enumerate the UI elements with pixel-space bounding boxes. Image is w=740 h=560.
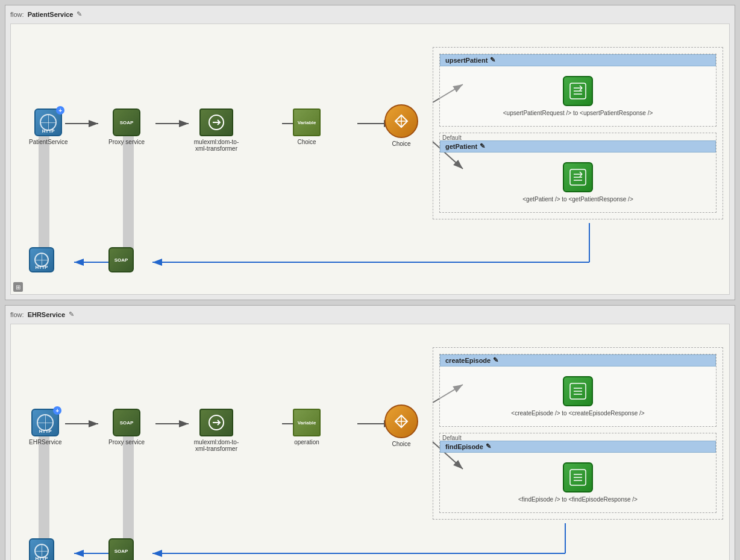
- http-node-label-ehr: EHRService: [29, 439, 61, 445]
- get-patient-name: getPatient: [445, 143, 477, 150]
- choice-node-patient[interactable]: Choice: [384, 104, 418, 147]
- variable-node-patient[interactable]: Variable Choice: [293, 109, 321, 145]
- http-return-icon-patient: HTTP: [29, 247, 54, 272]
- transformer-label-ehr: mulexml:dom-to-xml-transformer: [192, 439, 240, 452]
- edit-create-episode[interactable]: ✎: [493, 356, 501, 365]
- flow-header-patient: flow: PatientService ✎: [10, 10, 730, 19]
- upsert-transform-icon[interactable]: [563, 76, 593, 106]
- soap-node-ehr[interactable]: SOAP Proxy service: [108, 409, 145, 445]
- edit-flow-ehr[interactable]: ✎: [69, 310, 77, 319]
- flow-canvas-ehr: + HTTP EHRService SOAP Proxy service mu: [10, 324, 730, 560]
- flow-name-ehr: EHRService: [28, 311, 65, 318]
- find-episode-panel: Default findEpisode ✎ <findEpisode: [439, 433, 716, 513]
- find-episode-transform-label: <findEpisode /> to <findEpisodeResponse …: [518, 496, 638, 503]
- soap-node-label-patient: Proxy service: [108, 139, 145, 145]
- choice-svg-ehr: [392, 412, 410, 430]
- create-episode-transform-icon[interactable]: [563, 376, 593, 406]
- variable-text-patient: Variable: [298, 120, 316, 125]
- get-patient-panel: Default getPatient ✎: [439, 133, 716, 213]
- choice-svg-patient: [392, 112, 410, 130]
- choice-label-ehr: Choice: [392, 441, 410, 447]
- http-node-label-patient: PatientService: [29, 139, 67, 145]
- http-icon-patient: + HTTP: [34, 109, 62, 136]
- soap-icon-patient: SOAP: [113, 109, 140, 136]
- find-episode-transform-icon[interactable]: [563, 462, 593, 492]
- soap-return-text-ehr: SOAP: [114, 549, 128, 554]
- create-episode-header[interactable]: createEpisode ✎: [440, 354, 716, 367]
- soap-icon-ehr: SOAP: [113, 409, 140, 436]
- upsert-patient-header[interactable]: upsertPatient ✎: [440, 54, 716, 66]
- find-episode-name: findEpisode: [445, 443, 483, 450]
- choice-icon-patient: [384, 104, 418, 138]
- create-episode-panel: createEpisode ✎ <createEpisode /> to <cr…: [439, 354, 716, 427]
- find-episode-content: <findEpisode /> to <findEpisodeResponse …: [440, 453, 716, 512]
- edit-flow-patient[interactable]: ✎: [77, 10, 85, 19]
- http-return-patient[interactable]: HTTP: [29, 247, 54, 272]
- soap-node-label-ehr: Proxy service: [108, 439, 145, 445]
- transformer-node-ehr[interactable]: mulexml:dom-to-xml-transformer: [189, 409, 243, 452]
- http-node-patient[interactable]: + HTTP PatientService: [29, 109, 67, 145]
- variable-icon-ehr: Variable: [293, 409, 321, 436]
- transformer-label-patient: mulexml:dom-to-xml-transformer: [192, 139, 240, 152]
- variable-node-ehr[interactable]: Variable operation: [293, 409, 321, 445]
- flow-header-ehr: flow: EHRService ✎: [10, 310, 730, 319]
- http-label-patient: HTTP: [42, 128, 55, 134]
- variable-label-ehr: operation: [294, 439, 319, 445]
- soap-node-patient[interactable]: SOAP Proxy service: [108, 109, 145, 145]
- subflow-container-ehr: createEpisode ✎ <createEpisode /> to <cr…: [433, 347, 723, 520]
- soap-text-ehr: SOAP: [120, 420, 134, 426]
- get-patient-transform-label: <getPatient /> to <getPatientResponse />: [522, 196, 633, 203]
- upsert-patient-content: <upsertPatientRequest /> to <upsertPatie…: [440, 66, 716, 126]
- upsert-transform-svg: [569, 82, 587, 100]
- flow-label-2: flow:: [10, 311, 24, 318]
- variable-text-ehr: Variable: [298, 420, 316, 426]
- upsert-patient-panel: upsertPatient ✎ <upsertP: [439, 54, 716, 127]
- create-episode-transform-label: <createEpisode /> to <createEpisodeRespo…: [511, 410, 644, 417]
- create-episode-name: createEpisode: [445, 357, 491, 364]
- upsert-transform-label: <upsertPatientRequest /> to <upsertPatie…: [503, 110, 653, 116]
- flow-name-patient: PatientService: [28, 11, 74, 18]
- http-return-icon-ehr: HTTP: [29, 538, 54, 560]
- http-label-ehr: HTTP: [39, 429, 52, 434]
- transformer-node-patient[interactable]: mulexml:dom-to-xml-transformer: [189, 109, 243, 152]
- soap-return-text-patient: SOAP: [114, 257, 128, 263]
- soap-return-patient[interactable]: SOAP: [108, 247, 134, 272]
- subflow-container-patient: upsertPatient ✎ <upsertP: [433, 47, 723, 219]
- transformer-icon-ehr: [199, 409, 233, 436]
- expand-patient[interactable]: ⊞: [13, 282, 23, 292]
- ehr-service-flow: flow: EHRService ✎: [5, 305, 735, 560]
- soap-return-ehr[interactable]: SOAP: [108, 538, 134, 560]
- soap-return-icon-patient: SOAP: [108, 247, 134, 272]
- transformer-svg-ehr: [207, 413, 226, 432]
- http-return-label-patient: HTTP: [36, 265, 48, 270]
- create-episode-content: <createEpisode /> to <createEpisodeRespo…: [440, 367, 716, 426]
- http-return-ehr[interactable]: HTTP: [29, 538, 54, 560]
- default-label-patient: Default: [442, 134, 462, 141]
- variable-label-patient: Choice: [297, 139, 316, 145]
- get-patient-header[interactable]: getPatient ✎: [440, 140, 716, 153]
- http-icon-ehr: + HTTP: [31, 409, 59, 436]
- default-label-ehr: Default: [442, 435, 462, 441]
- choice-label-patient: Choice: [392, 140, 410, 147]
- get-patient-content: <getPatient /> to <getPatientResponse />: [440, 153, 716, 212]
- find-episode-transform-svg: [569, 468, 587, 486]
- http-node-ehr[interactable]: + HTTP EHRService: [29, 409, 61, 445]
- get-patient-transform-svg: [569, 168, 587, 186]
- variable-icon-patient: Variable: [293, 109, 321, 136]
- flow-canvas-patient: + HTTP PatientService SOAP Proxy service: [10, 24, 730, 295]
- edit-get-patient[interactable]: ✎: [480, 142, 488, 151]
- choice-node-ehr[interactable]: Choice: [384, 404, 418, 447]
- edit-upsert-patient[interactable]: ✎: [490, 56, 498, 64]
- find-episode-header[interactable]: findEpisode ✎: [440, 441, 716, 453]
- edit-find-episode[interactable]: ✎: [486, 442, 494, 451]
- transformer-svg-patient: [207, 113, 226, 132]
- patient-service-flow: flow: PatientService ✎: [5, 5, 735, 300]
- http-return-label-ehr: HTTP: [36, 556, 48, 560]
- choice-icon-ehr: [384, 404, 418, 438]
- transformer-icon-patient: [199, 109, 233, 136]
- upsert-patient-name: upsertPatient: [445, 57, 488, 64]
- plus-badge-patient: +: [56, 106, 64, 115]
- get-patient-transform-icon[interactable]: [563, 162, 593, 192]
- soap-return-icon-ehr: SOAP: [108, 538, 134, 560]
- create-episode-transform-svg: [569, 382, 587, 400]
